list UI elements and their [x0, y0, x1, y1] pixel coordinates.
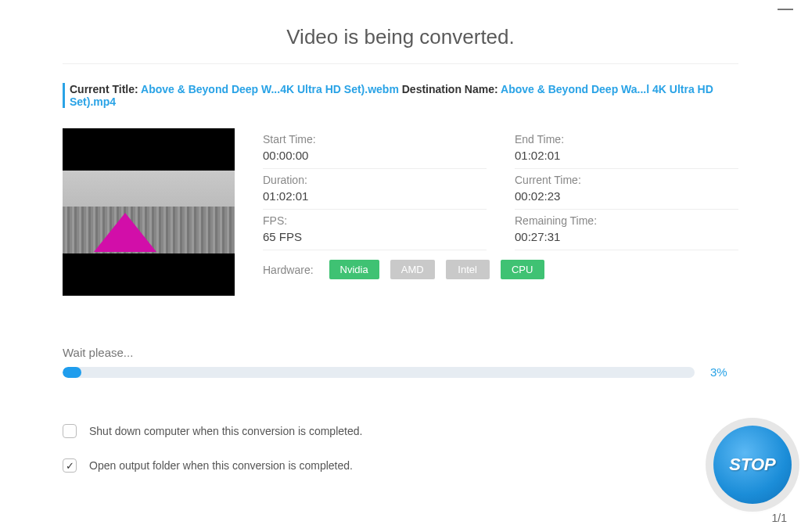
remaining-time-label: Remaining Time:: [515, 214, 738, 227]
hardware-row: Hardware: Nvidia AMD Intel CPU: [263, 260, 738, 279]
conversion-info-grid: Start Time: 00:00:00 End Time: 01:02:01 …: [263, 128, 738, 296]
fps-cell: FPS: 65 FPS: [263, 210, 487, 250]
shutdown-label: Shut down computer when this conversion …: [89, 425, 362, 437]
page-count: 1/1: [772, 512, 787, 524]
end-time-value: 01:02:01: [515, 149, 738, 162]
current-time-label: Current Time:: [515, 174, 738, 186]
minimize-button[interactable]: [778, 9, 793, 10]
hardware-nvidia-badge[interactable]: Nvidia: [329, 260, 379, 279]
hardware-intel-badge[interactable]: Intel: [446, 260, 490, 279]
progress-fill: [63, 367, 81, 378]
video-thumbnail: [63, 128, 235, 296]
progress-bar: [63, 367, 695, 378]
remaining-time-cell: Remaining Time: 00:27:31: [515, 210, 738, 250]
open-folder-checkbox[interactable]: ✓: [63, 458, 77, 473]
stop-button[interactable]: STOP: [713, 426, 792, 504]
duration-cell: Duration: 01:02:01: [263, 169, 487, 210]
open-folder-label: Open output folder when this conversion …: [89, 459, 353, 472]
fps-value: 65 FPS: [263, 230, 487, 243]
duration-value: 01:02:01: [263, 189, 487, 203]
hardware-amd-badge[interactable]: AMD: [390, 260, 435, 279]
page-title: Video is being converted.: [63, 25, 738, 64]
wait-label: Wait please...: [63, 346, 738, 359]
file-info-line: Current Title: Above & Beyond Deep W...4…: [63, 83, 738, 108]
start-time-value: 00:00:00: [263, 149, 487, 162]
hardware-label: Hardware:: [263, 264, 314, 276]
current-time-value: 00:02:23: [515, 189, 738, 203]
current-title-value: Above & Beyond Deep W...4K Ultra HD Set)…: [141, 83, 399, 95]
remaining-time-value: 00:27:31: [515, 230, 738, 243]
duration-label: Duration:: [263, 174, 487, 186]
progress-percent: 3%: [710, 365, 738, 379]
hardware-cpu-badge[interactable]: CPU: [501, 260, 544, 279]
current-time-cell: Current Time: 00:02:23: [515, 169, 738, 210]
start-time-label: Start Time:: [263, 133, 487, 146]
fps-label: FPS:: [263, 214, 487, 227]
end-time-label: End Time:: [515, 133, 738, 146]
current-title-label: Current Title:: [70, 83, 138, 95]
end-time-cell: End Time: 01:02:01: [515, 128, 738, 169]
destination-name-label: Destination Name:: [402, 83, 498, 95]
shutdown-checkbox[interactable]: [63, 424, 77, 438]
start-time-cell: Start Time: 00:00:00: [263, 128, 487, 169]
